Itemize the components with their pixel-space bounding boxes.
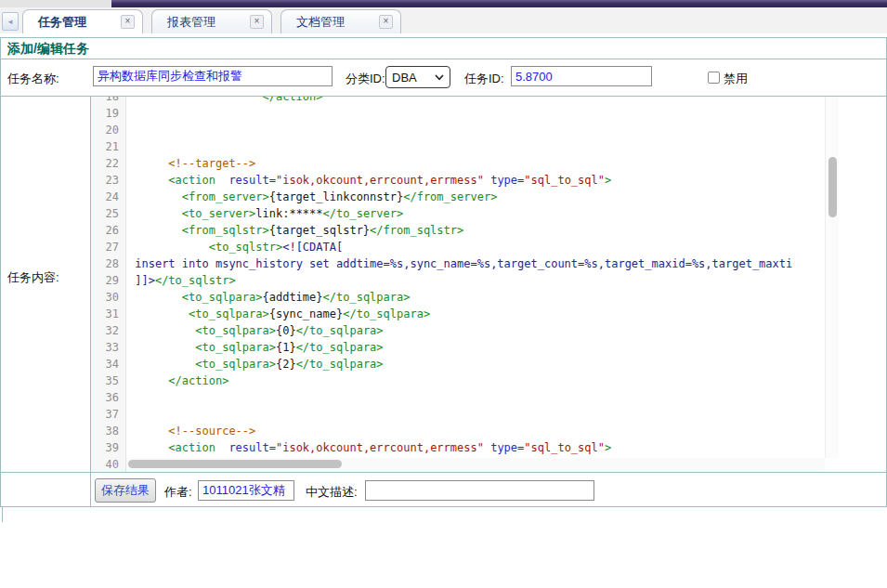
code-text bbox=[126, 105, 128, 122]
code-line: 23 <action result="isok,okcount,errcount… bbox=[91, 172, 825, 189]
line-number: 20 bbox=[91, 122, 126, 138]
code-text: <!--source--> bbox=[126, 423, 255, 439]
code-text: <!--target--> bbox=[126, 155, 255, 172]
line-number: 19 bbox=[91, 105, 126, 122]
author-input[interactable] bbox=[198, 480, 294, 501]
author-label: 作者: bbox=[164, 484, 192, 501]
code-text: </action> bbox=[126, 97, 323, 105]
task-name-input[interactable] bbox=[93, 66, 333, 86]
code-text: <to_sqlpara>{1}</to_sqlpara> bbox=[126, 339, 384, 356]
code-line: 31 <to_sqlpara>{sync_name}</to_sqlpara> bbox=[91, 306, 825, 322]
code-line: 35 </action> bbox=[91, 372, 825, 389]
code-text bbox=[126, 122, 128, 138]
vertical-scroll-thumb[interactable] bbox=[828, 157, 837, 217]
code-text: </action> bbox=[126, 372, 228, 389]
line-number: 40 bbox=[91, 456, 126, 472]
line-number: 34 bbox=[91, 356, 126, 372]
editor-horizontal-scrollbar[interactable] bbox=[126, 458, 825, 471]
panel-left-border bbox=[0, 37, 1, 507]
code-line: 20 bbox=[91, 122, 825, 138]
line-number: 39 bbox=[91, 439, 126, 456]
horizontal-scroll-thumb[interactable] bbox=[128, 460, 342, 468]
code-text: <to_sqlstr><![CDATA[ bbox=[126, 239, 343, 255]
category-select-value: DBA bbox=[392, 71, 417, 85]
panel-left-border-tail bbox=[2, 507, 3, 522]
divider bbox=[0, 472, 887, 473]
code-line: 37 bbox=[91, 406, 825, 423]
panel-title: 添加/编辑任务 bbox=[7, 41, 89, 58]
top-strip bbox=[0, 0, 887, 7]
line-number: 24 bbox=[91, 189, 126, 205]
code-text: <from_sqlstr>{target_sqlstr}</from_sqlst… bbox=[126, 222, 463, 239]
description-input[interactable] bbox=[365, 480, 594, 501]
code-text: <action result="isok,okcount,errcount,er… bbox=[126, 172, 611, 189]
code-text bbox=[126, 406, 128, 423]
code-line: 25 <to_server>link:*****</to_server> bbox=[91, 205, 825, 222]
line-number: 32 bbox=[91, 322, 126, 339]
tab-label: 报表管理 bbox=[152, 14, 250, 31]
code-text bbox=[126, 138, 128, 155]
tab-close-icon[interactable]: × bbox=[379, 15, 393, 29]
tab-label: 任务管理 bbox=[23, 14, 121, 31]
tab-bar: ◂ 任务管理×报表管理×文档管理× bbox=[0, 7, 887, 33]
line-number: 27 bbox=[91, 239, 126, 255]
top-banner bbox=[111, 0, 887, 7]
line-number: 35 bbox=[91, 372, 126, 389]
code-text: <from_server>{target_linkconnstr}</from_… bbox=[126, 189, 497, 205]
line-number: 26 bbox=[91, 222, 126, 239]
line-number: 18 bbox=[91, 97, 126, 105]
edit-task-panel: 添加/编辑任务 任务名称: 分类ID: DBA 任务ID: 禁用 任务内容: 1… bbox=[0, 37, 887, 507]
code-text bbox=[126, 389, 128, 406]
line-number: 23 bbox=[91, 172, 126, 189]
code-line: 38 <!--source--> bbox=[91, 423, 825, 439]
tab-1[interactable]: 任务管理× bbox=[22, 9, 143, 33]
code-line: 39 <action result="isok,okcount,errcount… bbox=[91, 439, 825, 456]
category-id-label: 分类ID: bbox=[346, 71, 385, 87]
tab-3[interactable]: 文档管理× bbox=[280, 9, 401, 33]
code-text: ]]></to_sqlstr> bbox=[126, 272, 236, 289]
save-button[interactable]: 保存结果 bbox=[95, 478, 156, 503]
description-label: 中文描述: bbox=[306, 484, 358, 501]
code-text: <to_sqlpara>{0}</to_sqlpara> bbox=[126, 322, 384, 339]
task-id-label: 任务ID: bbox=[464, 71, 504, 87]
line-number: 30 bbox=[91, 289, 126, 306]
editor-vertical-scrollbar[interactable] bbox=[825, 97, 839, 458]
tab-scroll-left-button[interactable]: ◂ bbox=[2, 12, 19, 31]
code-line: 29 ]]></to_sqlstr> bbox=[91, 272, 825, 289]
chevron-down-icon bbox=[435, 74, 444, 81]
line-number: 22 bbox=[91, 155, 126, 172]
code-line: 32 <to_sqlpara>{0}</to_sqlpara> bbox=[91, 322, 825, 339]
code-text: insert into msync_history set addtime=%s… bbox=[126, 255, 792, 272]
category-select[interactable]: DBA bbox=[385, 66, 450, 88]
code-line: 27 <to_sqlstr><![CDATA[ bbox=[91, 239, 825, 255]
line-number: 38 bbox=[91, 423, 126, 439]
code-line: 34 <to_sqlpara>{2}</to_sqlpara> bbox=[91, 356, 825, 372]
code-line: 22 <!--target--> bbox=[91, 155, 825, 172]
code-text: <to_sqlpara>{2}</to_sqlpara> bbox=[126, 356, 384, 372]
tab-close-icon[interactable]: × bbox=[121, 15, 135, 29]
code-line: 33 <to_sqlpara>{1}</to_sqlpara> bbox=[91, 339, 825, 356]
disable-checkbox[interactable] bbox=[708, 72, 720, 84]
line-number: 31 bbox=[91, 306, 126, 322]
code-text: <to_sqlpara>{addtime}</to_sqlpara> bbox=[126, 289, 410, 306]
code-line: 28 insert into msync_history set addtime… bbox=[91, 255, 825, 272]
task-name-label: 任务名称: bbox=[7, 71, 59, 87]
code-line: 24 <from_server>{target_linkconnstr}</fr… bbox=[91, 189, 825, 205]
code-editor[interactable]: 18 </action>19202122 <!--target-->23 <ac… bbox=[91, 97, 839, 472]
disable-label: 禁用 bbox=[724, 71, 748, 87]
line-number: 25 bbox=[91, 205, 126, 222]
divider bbox=[0, 37, 887, 38]
code-line: 19 bbox=[91, 105, 825, 122]
code-text: <to_sqlpara>{sync_name}</to_sqlpara> bbox=[126, 306, 430, 322]
code-text: <to_server>link:*****</to_server> bbox=[126, 205, 403, 222]
screen: ◂ 任务管理×报表管理×文档管理× 添加/编辑任务 任务名称: 分类ID: DB… bbox=[0, 0, 887, 588]
code-line: 21 bbox=[91, 138, 825, 155]
task-id-input[interactable] bbox=[511, 66, 652, 86]
arrow-left-icon: ◂ bbox=[8, 17, 13, 26]
line-number: 37 bbox=[91, 406, 126, 423]
tab-close-icon[interactable]: × bbox=[250, 15, 264, 29]
line-number: 33 bbox=[91, 339, 126, 356]
code-line: 18 </action> bbox=[91, 97, 825, 105]
code-line: 26 <from_sqlstr>{target_sqlstr}</from_sq… bbox=[91, 222, 825, 239]
tab-2[interactable]: 报表管理× bbox=[151, 9, 272, 33]
